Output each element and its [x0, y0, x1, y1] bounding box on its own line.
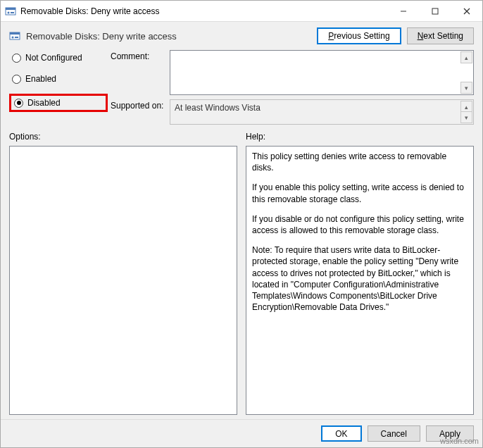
- options-column: Options:: [9, 132, 237, 415]
- previous-setting-button[interactable]: Previous Setting: [317, 27, 401, 44]
- radio-icon: [12, 54, 21, 63]
- maximize-button[interactable]: [419, 1, 451, 21]
- scroll-down-icon[interactable]: ▾: [460, 82, 472, 94]
- close-button[interactable]: [451, 1, 482, 21]
- options-label: Options:: [9, 132, 237, 142]
- supported-label: Supported on:: [111, 99, 167, 111]
- help-text: Note: To require that users write data t…: [252, 244, 468, 313]
- help-text: This policy setting denies write access …: [252, 151, 468, 173]
- radio-label: Disabled: [27, 98, 61, 108]
- dialog-window: Removable Disks: Deny write access Remov…: [0, 0, 483, 448]
- help-label: Help:: [246, 132, 474, 142]
- ok-button[interactable]: OK: [321, 425, 361, 442]
- comment-label: Comment:: [111, 50, 167, 61]
- scroll-down-icon[interactable]: ▾: [460, 111, 472, 123]
- svg-rect-5: [432, 8, 438, 14]
- help-panel[interactable]: This policy setting denies write access …: [246, 146, 474, 415]
- radio-label: Enabled: [25, 74, 56, 84]
- svg-rect-1: [6, 8, 15, 10]
- cancel-button[interactable]: Cancel: [368, 425, 420, 442]
- next-setting-button[interactable]: Next Setting: [407, 27, 474, 44]
- help-column: Help: This policy setting denies write a…: [246, 132, 474, 415]
- svg-point-2: [8, 11, 10, 13]
- state-radios: Not Configured Enabled Disabled: [9, 50, 108, 112]
- radio-icon: [12, 75, 21, 84]
- radio-icon: [14, 99, 23, 108]
- highlight-box: Disabled: [9, 94, 108, 112]
- policy-icon: [9, 30, 20, 42]
- radio-disabled[interactable]: Disabled: [14, 98, 61, 108]
- svg-point-10: [12, 37, 14, 39]
- window-title: Removable Disks: Deny write access: [20, 6, 387, 16]
- radio-enabled[interactable]: Enabled: [9, 73, 108, 85]
- supported-text: At least Windows Vista: [175, 103, 261, 113]
- svg-rect-3: [11, 12, 14, 13]
- footer: OK Cancel Apply: [1, 419, 482, 447]
- policy-icon: [5, 6, 16, 17]
- mid-row: Options: Help: This policy setting denie…: [9, 132, 474, 415]
- supported-box: At least Windows Vista ▴ ▾: [170, 99, 474, 125]
- options-panel[interactable]: [9, 146, 237, 415]
- svg-rect-11: [15, 37, 18, 38]
- comment-textbox[interactable]: ▴ ▾: [170, 50, 474, 95]
- help-text: If you disable or do not configure this …: [252, 213, 468, 236]
- header-row: Removable Disks: Deny write access Previ…: [1, 22, 482, 50]
- header-title: Removable Disks: Deny write access: [26, 31, 311, 42]
- dialog-body: Not Configured Enabled Disabled Comment:…: [1, 50, 482, 419]
- radio-not-configured[interactable]: Not Configured: [9, 51, 108, 64]
- minimize-button[interactable]: [387, 1, 419, 21]
- top-grid: Not Configured Enabled Disabled Comment:…: [9, 50, 474, 125]
- scroll-up-icon[interactable]: ▴: [460, 51, 472, 63]
- watermark: wsxdn.com: [440, 437, 479, 445]
- help-text: If you enable this policy setting, write…: [252, 182, 468, 204]
- svg-rect-9: [10, 32, 20, 35]
- titlebar: Removable Disks: Deny write access: [1, 1, 482, 22]
- radio-label: Not Configured: [25, 53, 82, 63]
- window-controls: [387, 1, 482, 21]
